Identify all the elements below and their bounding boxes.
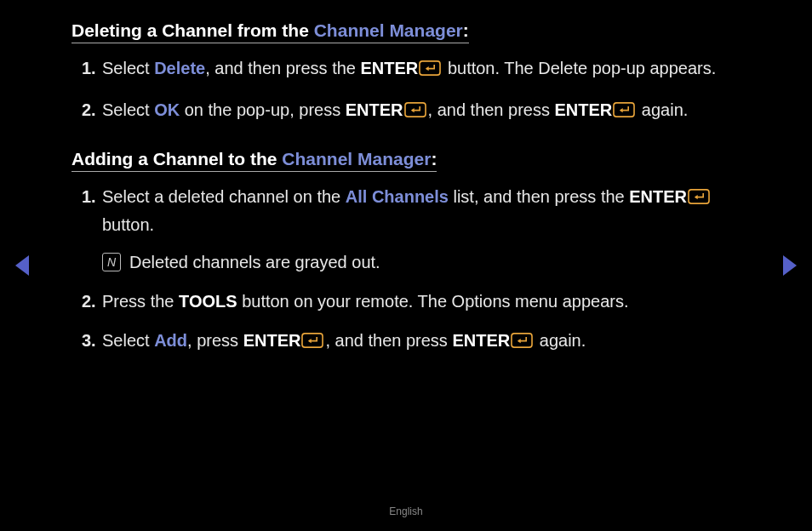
manual-page: Deleting a Channel from the Channel Mana… xyxy=(0,0,812,356)
step-item: 2. Press the TOOLS button on your remote… xyxy=(71,288,741,314)
heading-text: Adding a Channel to the xyxy=(71,149,282,168)
step-item: 1. Select Delete, and then press the ENT… xyxy=(71,55,741,83)
enter-icon xyxy=(613,100,635,125)
text: button. xyxy=(102,215,154,234)
highlight: Add xyxy=(154,331,187,350)
note-icon: N xyxy=(102,253,121,271)
keyword-enter: ENTER xyxy=(346,100,403,119)
text: , and then press xyxy=(428,100,555,119)
highlight: Delete xyxy=(154,59,205,77)
text: , and then press xyxy=(325,331,452,350)
delete-steps: 1. Select Delete, and then press the ENT… xyxy=(71,55,741,125)
text: again. xyxy=(637,100,688,119)
step-number: 2. xyxy=(71,97,102,125)
step-body: Select Delete, and then press the ENTER … xyxy=(102,55,741,83)
step-body: Select OK on the pop-up, press ENTER, an… xyxy=(102,97,741,125)
text: Select xyxy=(102,331,154,350)
enter-icon xyxy=(688,186,710,212)
enter-icon xyxy=(404,100,426,125)
nav-next-icon[interactable] xyxy=(783,255,797,276)
heading-colon: : xyxy=(431,149,437,168)
text: button on your remote. The Options menu … xyxy=(237,292,629,311)
step-number: 1. xyxy=(71,55,102,83)
note-text: Deleted channels are grayed out. xyxy=(129,249,380,275)
text: button. The Delete pop-up appears. xyxy=(443,59,716,77)
add-steps: 1. Select a deleted channel on the All C… xyxy=(71,184,741,356)
heading-delete-channel: Deleting a Channel from the Channel Mana… xyxy=(71,20,469,43)
step-item: 3. Select Add, press ENTER, and then pre… xyxy=(71,328,741,356)
enter-icon xyxy=(301,330,323,356)
step-body: Select Add, press ENTER, and then press … xyxy=(102,328,741,356)
highlight: All Channels xyxy=(346,187,449,206)
step-body: Select a deleted channel on the All Chan… xyxy=(102,184,741,275)
text: Press the xyxy=(102,292,179,311)
text: again. xyxy=(535,331,586,350)
step-item: 1. Select a deleted channel on the All C… xyxy=(71,184,741,275)
enter-icon xyxy=(419,58,441,83)
keyword-enter: ENTER xyxy=(243,331,301,350)
text: list, and then press the xyxy=(449,187,629,206)
heading-highlight: Channel Manager xyxy=(314,20,463,40)
heading-text: Deleting a Channel from the xyxy=(71,20,314,40)
enter-icon xyxy=(511,330,533,356)
heading-colon: : xyxy=(463,20,469,40)
keyword-enter: ENTER xyxy=(452,331,510,350)
step-number: 3. xyxy=(71,328,102,356)
keyword-enter: ENTER xyxy=(629,187,687,206)
heading-add-channel: Adding a Channel to the Channel Manager: xyxy=(71,149,437,172)
keyword-enter: ENTER xyxy=(361,59,419,77)
highlight: OK xyxy=(154,100,180,119)
step-number: 2. xyxy=(71,288,102,314)
keyword-enter: ENTER xyxy=(555,100,613,119)
step-item: 2. Select OK on the pop-up, press ENTER,… xyxy=(71,97,741,125)
note: N Deleted channels are grayed out. xyxy=(102,249,741,275)
footer-language: English xyxy=(0,505,812,517)
step-number: 1. xyxy=(71,184,102,275)
text: on the pop-up, press xyxy=(180,100,346,119)
step-body: Press the TOOLS button on your remote. T… xyxy=(102,288,741,314)
keyword-tools: TOOLS xyxy=(179,292,237,311)
nav-prev-icon[interactable] xyxy=(15,255,29,276)
text: Select xyxy=(102,100,154,119)
text: Select xyxy=(102,59,154,77)
text: , press xyxy=(187,331,243,350)
text: , and then press the xyxy=(205,59,360,77)
heading-highlight: Channel Manager xyxy=(282,149,431,168)
text: Select a deleted channel on the xyxy=(102,187,346,206)
